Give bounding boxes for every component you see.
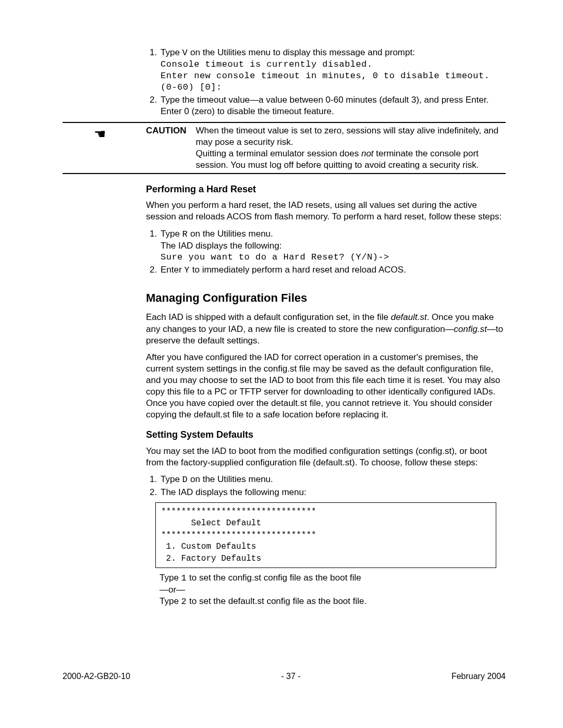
d1-post: on the Utilities menu. [188, 474, 273, 484]
page: Type V on the Utilities menu to display … [0, 0, 563, 728]
aft2key: 2 [181, 597, 187, 607]
defaults-steps: Type D on the Utilities menu. The IAD di… [146, 474, 506, 498]
hr1-key: R [182, 229, 188, 239]
mp1file: default.st [391, 312, 427, 322]
aft2: Type 2 to set the default.st config file… [160, 596, 506, 608]
aft1key: 1 [181, 573, 187, 583]
page-footer: 2000-A2-GB20-10 - 37 - February 2004 [63, 671, 506, 682]
footer-right: February 2004 [451, 671, 506, 682]
d1-pre: Type [161, 474, 182, 484]
menu-box: ******************************* Select D… [155, 502, 496, 568]
mp1file2: config.st [454, 324, 487, 334]
caution-icon: ☚ [94, 127, 106, 141]
step-2: Type the timeout value—a value between 0… [160, 94, 506, 117]
step1-code1: Console timeout is currently disabled. [161, 59, 506, 70]
step1-key: V [182, 48, 188, 58]
hr-step1: Type R on the Utilities menu. The IAD di… [160, 228, 506, 263]
step-list-top: Type V on the Utilities menu to display … [146, 47, 506, 118]
caution-text: When the timeout value is set to zero, s… [195, 125, 506, 171]
hard-reset-intro: When you perform a hard reset, the IAD r… [146, 200, 506, 223]
hr1-line2: The IAD displays the following: [161, 240, 506, 252]
defaults-heading: Setting System Defaults [146, 429, 506, 441]
caution-line2: Quitting a terminal emulator session doe… [195, 148, 506, 171]
footer-center: - 37 - [281, 671, 300, 682]
aft2b: to set the default.st config file as the… [187, 596, 366, 606]
caution-not: not [361, 149, 374, 158]
managing-heading: Managing Configuration Files [146, 291, 506, 306]
hr-step2: Enter Y to immediately perform a hard re… [160, 264, 506, 276]
caution-line1: When the timeout value is set to zero, s… [195, 125, 506, 148]
d1-key: D [182, 475, 188, 485]
aft1: Type 1 to set the config.st config file … [160, 572, 506, 584]
step1-pre: Type [161, 47, 182, 57]
managing-p1: Each IAD is shipped with a default confi… [146, 312, 506, 346]
footer-left: 2000-A2-GB20-10 [63, 671, 130, 682]
hr1-pre: Type [161, 229, 182, 239]
caution-inner: CAUTION When the timeout value is set to… [146, 123, 506, 173]
step-1: Type V on the Utilities menu to display … [160, 47, 506, 93]
caution-l2a: Quitting a terminal emulator session doe… [195, 149, 361, 158]
step1-post: on the Utilities menu to display this me… [188, 47, 415, 57]
aft1a: Type [160, 573, 181, 583]
hr2-pre: Enter [161, 265, 184, 275]
step1-code2: Enter new console timeout in minutes, 0 … [161, 70, 506, 93]
caution-label: CAUTION [146, 125, 195, 171]
caution-box: ☚ CAUTION When the timeout value is set … [63, 122, 506, 174]
hr2-key: Y [184, 265, 190, 275]
hard-reset-section: Performing a Hard Reset When you perform… [146, 183, 506, 608]
managing-p2: After you have configured the IAD for co… [146, 352, 506, 421]
defaults-intro: You may set the IAD to boot from the mod… [146, 446, 506, 468]
def-step1: Type D on the Utilities menu. [160, 474, 506, 486]
aft1b: to set the config.st config file as the … [187, 573, 361, 583]
hr2-post: to immediately perform a hard reset and … [190, 265, 406, 275]
mp1a: Each IAD is shipped with a default confi… [146, 312, 391, 322]
hr1-post: on the Utilities menu. [188, 229, 273, 239]
aft-or: —or— [160, 584, 506, 596]
hard-reset-heading: Performing a Hard Reset [146, 183, 506, 195]
hard-reset-steps: Type R on the Utilities menu. The IAD di… [146, 228, 506, 276]
aft2a: Type [160, 596, 181, 606]
defaults-after: Type 1 to set the config.st config file … [160, 572, 506, 608]
hr1-code: Sure you want to do a Hard Reset? (Y/N)-… [161, 252, 506, 263]
def-step2: The IAD displays the following menu: [160, 487, 506, 498]
top-steps: Type V on the Utilities menu to display … [146, 47, 506, 118]
